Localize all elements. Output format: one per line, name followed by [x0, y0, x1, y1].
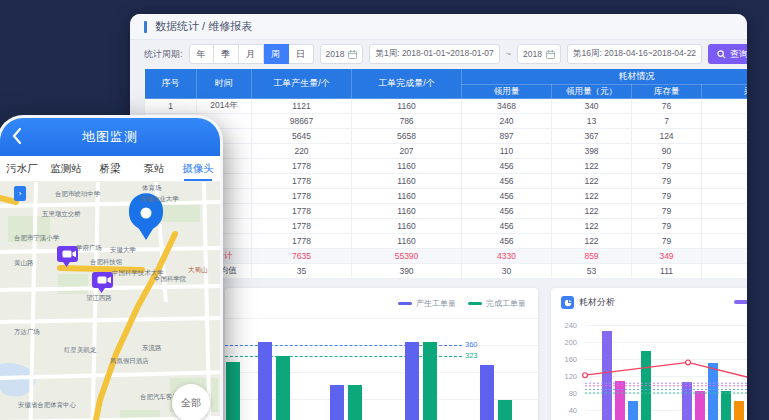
phone-tab-摄像头[interactable]: 摄像头: [176, 156, 220, 181]
all-button-label: 全部: [181, 396, 201, 410]
table-cell: 1778: [252, 234, 352, 249]
sub-column-header: 领用量（元）: [552, 85, 632, 99]
breadcrumb-accent: [144, 21, 147, 33]
y-axis-tick: 200: [555, 338, 577, 347]
period-option-日[interactable]: 日: [289, 44, 314, 64]
table-cell: 98667: [252, 114, 352, 129]
phone-tab-bar: 污水厂监测站桥梁泵站摄像头: [0, 156, 220, 182]
y-axis-tick: 160: [555, 355, 577, 364]
table-cell: 456: [462, 219, 552, 234]
back-icon[interactable]: [12, 127, 22, 145]
query-button[interactable]: 查询: [708, 44, 747, 64]
period-option-周[interactable]: 周: [264, 44, 289, 64]
map-all-button[interactable]: 全部: [172, 384, 210, 420]
gridline: [585, 325, 747, 326]
table-cell: 786: [352, 114, 462, 129]
gridline: [225, 318, 538, 319]
phone-tab-污水厂[interactable]: 污水厂: [0, 156, 44, 181]
phone-tab-泵站[interactable]: 泵站: [132, 156, 176, 181]
table-cell: 1160: [352, 204, 462, 219]
report-table-wrap: 序号时间工单产生量/个工单完成量/个耗材情况领用量领用量（元）库存量采购量120…: [144, 68, 747, 279]
sub-column-header: 采购量: [702, 85, 748, 99]
table-total-row: 合计763555390433085934933: [145, 249, 748, 264]
table-cell: 3468: [462, 99, 552, 114]
table-cell: 340: [552, 99, 632, 114]
table-cell: 1121: [252, 99, 352, 114]
table-cell: 90: [632, 144, 702, 159]
period-option-月[interactable]: 月: [239, 44, 264, 64]
consumable-bar: [682, 382, 692, 420]
table-cell: 1778: [252, 174, 352, 189]
bar-generated: [480, 365, 494, 420]
map-label: 黄山路: [14, 259, 33, 268]
table-cell: 79: [632, 159, 702, 174]
table-cell: 1160: [352, 174, 462, 189]
table-cell: 79: [632, 189, 702, 204]
map-label: 安徽省合肥体育中心: [18, 401, 76, 410]
bar-generated: [405, 342, 419, 420]
table-cell: 67: [702, 234, 748, 249]
map-label: 合肥市宁溪小学: [14, 234, 59, 243]
phone-header: 地图监测: [0, 118, 220, 156]
table-row: 177811604561227967: [145, 159, 748, 174]
breadcrumb: 数据统计 / 维修报表: [155, 19, 252, 34]
table-cell: 250: [702, 99, 748, 114]
start-year-select[interactable]: 2018: [320, 44, 364, 64]
table-cell: 55390: [352, 249, 462, 264]
table-cell: 122: [552, 174, 632, 189]
table-cell: 69: [702, 114, 748, 129]
table-cell: 5658: [352, 129, 462, 144]
y-axis-tick: 80: [555, 389, 577, 398]
start-week-input[interactable]: 第1周: 2018-01-01~2018-01-07: [369, 44, 499, 64]
table-cell: 1160: [352, 219, 462, 234]
table-cell: 53: [552, 264, 632, 279]
table-cell: 1160: [352, 189, 462, 204]
table-row: 12014年11211160346834076250: [145, 99, 748, 114]
y-axis-tick: 120: [555, 372, 577, 381]
group-header: 耗材情况: [462, 69, 748, 85]
map-label: 中国科学院: [154, 275, 186, 284]
consumable-bar: [721, 391, 731, 420]
table-cell: 1778: [252, 189, 352, 204]
period-option-年[interactable]: 年: [189, 44, 214, 64]
consumable-chart-card: 耗材分析 2402001601208040: [551, 288, 747, 420]
map-view[interactable]: 合肥市琥珀中学体育场安徽农业大学五里墩立交桥合肥市宁溪小学学府广场安徽大学合肥科…: [0, 182, 220, 420]
table-cell: 122: [552, 234, 632, 249]
table-cell: 220: [252, 144, 352, 159]
consumable-bar: [602, 331, 612, 420]
table-header-row: 序号时间工单产生量/个工单完成量/个耗材情况: [145, 69, 748, 85]
consumable-bar: [615, 381, 625, 420]
table-cell: 897: [462, 129, 552, 144]
table-cell: 111: [632, 264, 702, 279]
search-icon: [717, 50, 726, 59]
table-cell: 5645: [252, 129, 352, 144]
phone-tab-桥梁[interactable]: 桥梁: [88, 156, 132, 181]
table-row: 9866778624013769: [145, 114, 748, 129]
table-cell: 79: [632, 174, 702, 189]
table-cell: 124: [632, 129, 702, 144]
report-table: 序号时间工单产生量/个工单完成量/个耗材情况领用量领用量（元）库存量采购量120…: [144, 68, 747, 279]
map-expand-button[interactable]: ›: [14, 186, 26, 201]
period-option-季[interactable]: 季: [214, 44, 239, 64]
bar-completed: [276, 356, 290, 420]
table-cell: 859: [552, 249, 632, 264]
table-row: 177811604561227967: [145, 234, 748, 249]
table-cell: 79: [632, 234, 702, 249]
table-cell: 14: [702, 264, 748, 279]
table-row: 56455658897367124129: [145, 129, 748, 144]
table-cell: 1160: [352, 99, 462, 114]
filter-bar: 统计周期: 年季月周日 2018 第1周: 2018-01-01~2018-01…: [130, 40, 747, 68]
phone-tab-监测站[interactable]: 监测站: [44, 156, 88, 181]
map-label: 凤凰假日酒店: [110, 357, 149, 366]
sub-column-header: 库存量: [632, 85, 702, 99]
y-axis-tick: 40: [555, 406, 577, 415]
table-cell: 30: [462, 264, 552, 279]
bar-completed: [498, 400, 512, 420]
end-week-input[interactable]: 第16周: 2018-04-16~2018-04-22: [567, 44, 702, 64]
end-year-select[interactable]: 2018: [517, 44, 561, 64]
table-cell: 76: [632, 99, 702, 114]
column-header: 工单产生量/个: [252, 69, 352, 99]
table-cell: 33: [702, 249, 748, 264]
table-cell: 1778: [252, 159, 352, 174]
map-label: 红星美凯龙: [64, 346, 96, 355]
